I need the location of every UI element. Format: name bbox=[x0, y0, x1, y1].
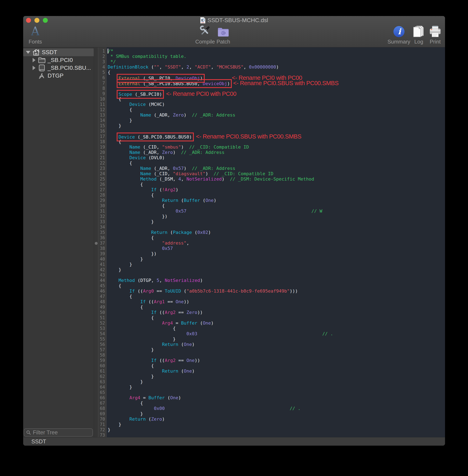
line-number[interactable]: 20 bbox=[98, 150, 106, 155]
code-line[interactable]: } bbox=[108, 256, 445, 262]
disclosure-expanded-icon[interactable] bbox=[26, 51, 30, 54]
code-line[interactable] bbox=[108, 390, 445, 395]
line-number[interactable]: 71 bbox=[98, 422, 106, 427]
line-number[interactable]: 54 bbox=[98, 331, 106, 337]
line-number[interactable]: 39 bbox=[98, 251, 106, 256]
line-number[interactable]: 41 bbox=[98, 262, 106, 267]
code-line[interactable]: Arg4 = Buffer (One) bbox=[108, 320, 445, 326]
code-line[interactable]: { bbox=[108, 315, 445, 320]
line-number[interactable]: 24 bbox=[98, 171, 106, 177]
code-editor[interactable]: /* * SMBus compatibility table. */Defini… bbox=[106, 47, 445, 437]
line-number[interactable]: 60 bbox=[98, 363, 106, 369]
line-number[interactable]: 44 bbox=[98, 278, 106, 283]
code-line[interactable]: 0x00 // . bbox=[108, 406, 445, 411]
code-line[interactable]: Arg4 = Buffer (One) bbox=[108, 395, 445, 401]
line-number[interactable]: 25 bbox=[98, 177, 106, 182]
line-number[interactable]: 33 bbox=[98, 219, 106, 224]
line-number[interactable]: 35 bbox=[98, 230, 106, 235]
code-line[interactable]: Name (_CID, "diagsvault") // _CID: Compa… bbox=[108, 171, 445, 177]
line-number[interactable]: 43 bbox=[98, 272, 106, 278]
toolbar-log-button[interactable]: Log bbox=[413, 24, 425, 45]
line-number[interactable]: 3 bbox=[98, 59, 106, 64]
code-line[interactable] bbox=[108, 224, 445, 230]
code-line[interactable]: } bbox=[108, 347, 445, 353]
line-number[interactable]: 38 bbox=[98, 246, 106, 251]
line-number[interactable]: 12 bbox=[98, 107, 106, 112]
code-line[interactable]: If ((Arg0 == ToUUID ("a0b5b7c6-1318-441c… bbox=[108, 288, 445, 294]
code-line[interactable]: } bbox=[108, 411, 445, 416]
line-number[interactable]: 52 bbox=[98, 320, 106, 326]
line-number[interactable]: 26 bbox=[98, 182, 106, 187]
line-number[interactable]: 51 bbox=[98, 315, 106, 320]
code-line[interactable]: { bbox=[108, 363, 445, 369]
line-number[interactable]: 50 bbox=[98, 310, 106, 315]
code-line[interactable]: } bbox=[108, 219, 445, 224]
toolbar-patch-button[interactable]: Patch bbox=[217, 24, 230, 45]
line-number[interactable]: 2 bbox=[98, 54, 106, 59]
code-line[interactable]: If ((Arg2 == One)) bbox=[108, 358, 445, 363]
line-number[interactable]: 32 bbox=[98, 214, 106, 219]
line-number[interactable]: 40 bbox=[98, 256, 106, 262]
line-number-marked[interactable]: 37 bbox=[98, 240, 106, 246]
code-line[interactable]: Name (_ADR, 0x57) // _ADR: Address bbox=[108, 166, 445, 171]
code-line[interactable]: Name (_ADR, Zero) // _ADR: Address bbox=[108, 150, 445, 155]
code-line[interactable]: 0x57 bbox=[108, 246, 445, 251]
line-number[interactable]: 16 bbox=[98, 128, 106, 134]
line-number[interactable]: 22 bbox=[98, 161, 106, 166]
line-number[interactable]: 45 bbox=[98, 283, 106, 288]
code-line[interactable]: If ((Arg2 == Zero)) bbox=[108, 310, 445, 315]
line-number[interactable]: 63 bbox=[98, 379, 106, 385]
line-number[interactable]: 5 bbox=[98, 70, 106, 75]
code-line[interactable]: If ((Arg1 == One)) bbox=[108, 299, 445, 304]
line-number[interactable]: 68 bbox=[98, 406, 106, 411]
code-line[interactable]: } bbox=[108, 385, 445, 390]
code-line[interactable]: Name (_CID, "smbus") // _CID: Compatible… bbox=[108, 144, 445, 150]
line-number[interactable]: 21 bbox=[98, 155, 106, 161]
line-number[interactable]: 58 bbox=[98, 353, 106, 358]
code-line[interactable]: } bbox=[108, 267, 445, 272]
line-number[interactable]: 15 bbox=[98, 123, 106, 128]
line-number[interactable]: 36 bbox=[98, 235, 106, 240]
line-number[interactable]: 23 bbox=[98, 166, 106, 171]
code-line[interactable]: Return (One) bbox=[108, 369, 445, 374]
code-line[interactable]: } bbox=[108, 374, 445, 379]
code-line[interactable]: External (_SB_.PCI0.SBUS.BUS0, DeviceObj… bbox=[108, 80, 445, 86]
line-number[interactable]: 47 bbox=[98, 294, 106, 299]
line-number[interactable]: 18 bbox=[98, 139, 106, 144]
line-number[interactable]: 14 bbox=[98, 118, 106, 123]
line-number[interactable]: 69 bbox=[98, 411, 106, 416]
sidebar-item-dtgp[interactable]: DTGP bbox=[23, 72, 94, 80]
code-line[interactable]: } bbox=[108, 379, 445, 385]
line-number[interactable]: 7 bbox=[98, 80, 106, 86]
line-number[interactable]: 67 bbox=[98, 401, 106, 406]
code-line[interactable]: { bbox=[108, 161, 445, 166]
code-line[interactable]: { bbox=[108, 96, 445, 102]
line-number[interactable]: 56 bbox=[98, 342, 106, 347]
code-line[interactable]: }) bbox=[108, 251, 445, 256]
line-number[interactable]: 46 bbox=[98, 288, 106, 294]
line-number[interactable]: 72 bbox=[98, 427, 106, 432]
code-line[interactable]: { bbox=[108, 203, 445, 208]
line-number[interactable]: 17 bbox=[98, 134, 106, 139]
line-number[interactable]: 62 bbox=[98, 374, 106, 379]
line-number[interactable]: 55 bbox=[98, 337, 106, 342]
line-number[interactable]: 31 bbox=[98, 208, 106, 214]
line-number[interactable]: 48 bbox=[98, 299, 106, 304]
code-line[interactable] bbox=[108, 86, 445, 91]
filter-tree-input[interactable]: Filter Tree bbox=[24, 428, 93, 437]
code-line[interactable]: { bbox=[108, 326, 445, 331]
line-number[interactable]: 9 bbox=[98, 91, 106, 96]
line-number[interactable]: 59 bbox=[98, 358, 106, 363]
line-number[interactable]: 49 bbox=[98, 304, 106, 310]
sidebar-item-sb-pci0[interactable]: _SB.PCI0 bbox=[23, 56, 94, 64]
line-number[interactable]: 64 bbox=[98, 385, 106, 390]
toolbar-print-button[interactable]: Print bbox=[429, 24, 441, 45]
code-line[interactable]: 0x03 // . bbox=[108, 331, 445, 337]
sidebar-item-ssdt[interactable]: SSDT bbox=[23, 48, 94, 56]
line-number[interactable]: 34 bbox=[98, 224, 106, 230]
close-window-button[interactable] bbox=[26, 18, 31, 23]
code-line[interactable]: Return (Package (0x02) bbox=[108, 230, 445, 235]
code-line[interactable]: * SMBus compatibility table. bbox=[108, 54, 445, 59]
code-line[interactable]: 0x57 // W bbox=[108, 208, 445, 214]
line-number[interactable]: 1 bbox=[98, 48, 106, 54]
